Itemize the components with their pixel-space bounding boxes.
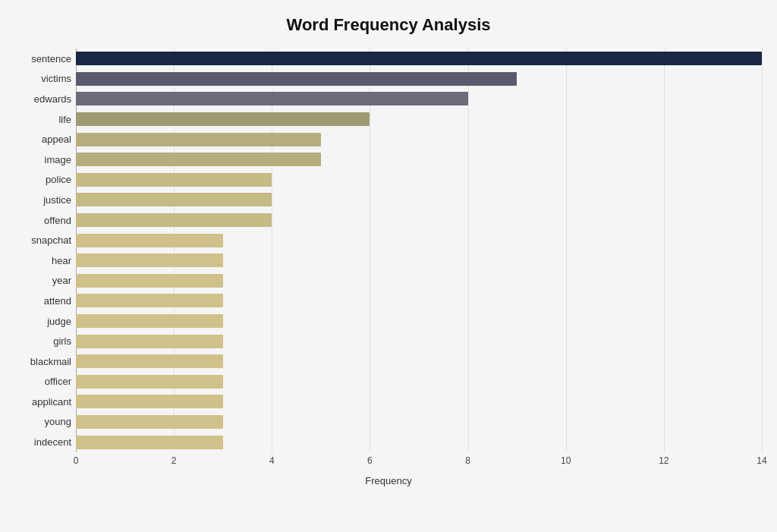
bar-attend [76, 294, 223, 307]
bar-row [76, 272, 762, 289]
y-label-justice: justice [15, 195, 71, 205]
y-label-hear: hear [15, 256, 71, 266]
x-axis-section: 02468101214 [15, 455, 762, 471]
x-axis-tick-10: 10 [561, 455, 571, 466]
bar-edwards [76, 92, 468, 105]
chart-title: Word Frequency Analysis [15, 15, 762, 35]
y-label-indecent: indecent [15, 437, 71, 447]
y-labels: sentencevictimsedwardslifeappealimagepol… [15, 49, 76, 452]
y-label-young: young [15, 417, 71, 427]
bar-row [76, 172, 762, 188]
y-label-girls: girls [15, 336, 71, 346]
x-axis-tick-4: 4 [269, 455, 275, 466]
bar-sentence [76, 52, 762, 65]
grid-line-14 [762, 49, 763, 452]
x-axis-labels: 02468101214 [76, 455, 762, 471]
bar-officer [76, 375, 223, 389]
bar-row [76, 353, 762, 370]
bar-row [76, 151, 762, 168]
bar-girls [76, 335, 223, 348]
y-label-offend: offend [15, 216, 71, 225]
y-label-life: life [15, 115, 71, 124]
bars-section: sentencevictimsedwardslifeappealimagepol… [15, 49, 762, 452]
bar-victims [76, 72, 517, 86]
y-label-image: image [15, 155, 71, 165]
y-label-judge: judge [15, 316, 71, 326]
x-axis-tick-8: 8 [465, 455, 470, 466]
x-axis-tick-12: 12 [659, 455, 668, 466]
y-label-officer: officer [15, 376, 71, 386]
bar-blackmail [76, 354, 223, 368]
bar-hear [76, 253, 223, 267]
bar-justice [76, 193, 272, 206]
bar-row [76, 131, 762, 148]
x-axis-tick-6: 6 [367, 455, 373, 466]
y-label-year: year [15, 275, 71, 285]
x-axis-title: Frequency [15, 475, 762, 486]
bar-indecent [76, 436, 223, 449]
bar-row [76, 191, 762, 208]
bar-offend [76, 213, 272, 227]
bar-young [76, 415, 223, 429]
bar-applicant [76, 395, 223, 408]
bar-row [76, 232, 762, 249]
y-label-snapchat: snapchat [15, 235, 71, 245]
bars-list [76, 49, 762, 452]
bar-police [76, 173, 272, 187]
bar-row [76, 393, 762, 410]
chart-area: sentencevictimsedwardslifeappealimagepol… [15, 49, 762, 486]
y-label-applicant: applicant [15, 397, 71, 407]
bar-row [76, 111, 762, 127]
y-label-edwards: edwards [15, 94, 71, 104]
bar-row [76, 434, 762, 451]
bar-row [76, 212, 762, 228]
chart-container: Word Frequency Analysis sentencevictimse… [0, 0, 777, 532]
y-label-attend: attend [15, 296, 71, 306]
bar-row [76, 373, 762, 390]
bar-row [76, 414, 762, 430]
y-label-blackmail: blackmail [15, 357, 71, 367]
bar-row [76, 333, 762, 350]
y-label-police: police [15, 175, 71, 184]
bar-row [76, 50, 762, 67]
bar-row [76, 313, 762, 329]
bar-row [76, 71, 762, 87]
x-axis-tick-2: 2 [171, 455, 177, 466]
bar-row [76, 292, 762, 309]
bar-image [76, 153, 321, 166]
x-axis-tick-14: 14 [757, 455, 766, 466]
bar-appeal [76, 133, 321, 146]
y-label-appeal: appeal [15, 134, 71, 144]
x-axis-spacer [15, 455, 76, 471]
bar-row [76, 90, 762, 107]
x-axis-tick-0: 0 [74, 455, 79, 466]
bars-and-grid [76, 49, 762, 452]
y-label-victims: victims [15, 74, 71, 83]
bar-year [76, 274, 223, 288]
bar-life [76, 112, 370, 126]
bar-row [76, 252, 762, 269]
y-label-sentence: sentence [15, 54, 71, 64]
bar-judge [76, 314, 223, 328]
bar-snapchat [76, 234, 223, 247]
